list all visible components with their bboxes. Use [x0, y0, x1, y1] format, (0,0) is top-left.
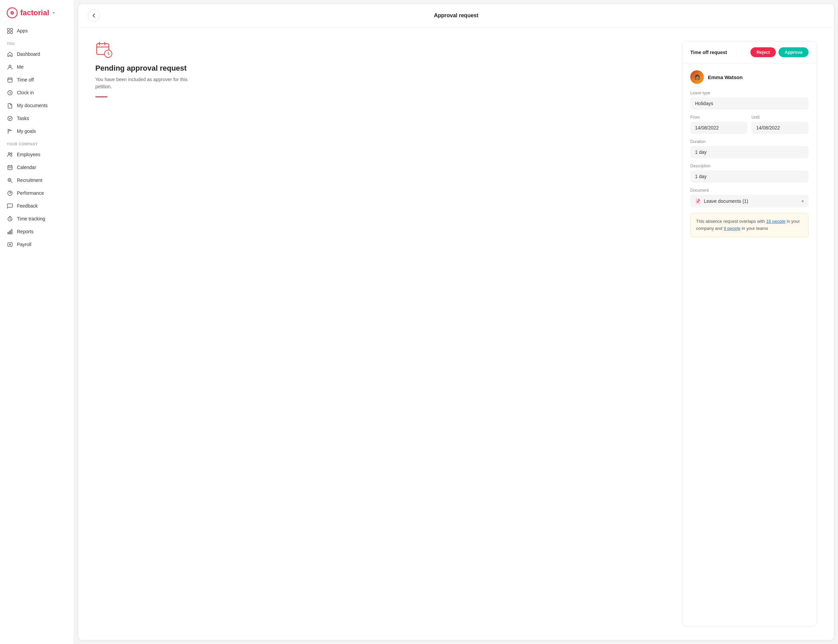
overlap-text-before: This absence request overlaps with — [696, 219, 766, 224]
sidebar-item-employees[interactable]: Employees — [0, 148, 74, 161]
tasks-label: Tasks — [17, 116, 29, 121]
document-value: Leave documents (1) — [704, 199, 748, 204]
avatar: 👩🏽 — [690, 70, 704, 84]
sidebar-item-recruitment[interactable]: Recruitment — [0, 174, 74, 187]
svg-rect-4 — [10, 28, 13, 30]
main-header: Approval request — [79, 4, 834, 27]
clock-icon — [7, 90, 13, 96]
svg-rect-14 — [9, 168, 10, 168]
svg-rect-22 — [10, 231, 10, 234]
apps-label: Apps — [17, 28, 28, 33]
section-company-label: YOUR COMPANY — [0, 138, 74, 148]
svg-point-17 — [9, 179, 10, 181]
description-label: Description — [690, 164, 808, 168]
performance-icon — [7, 190, 13, 196]
pending-desc: You have been included as approver for t… — [95, 76, 190, 90]
svg-point-16 — [8, 178, 11, 181]
date-row: From 14/08/2022 Until 14/08/2022 — [690, 115, 808, 134]
document-label: Document — [690, 188, 808, 193]
sidebar-item-clock-in[interactable]: Clock in — [0, 86, 74, 99]
sidebar: factorial ▾ Apps YOU Dashboard — [0, 0, 74, 644]
sidebar-item-payroll[interactable]: Payroll — [0, 238, 74, 251]
employee-name: Emma Watson — [708, 74, 743, 80]
svg-point-2 — [12, 12, 13, 13]
apps-icon — [7, 28, 13, 34]
logo-chevron-icon: ▾ — [53, 10, 55, 15]
sidebar-item-my-goals[interactable]: My goals — [0, 125, 74, 138]
sidebar-item-dashboard[interactable]: Dashboard — [0, 48, 74, 61]
employee-row: 👩🏽 Emma Watson — [690, 70, 808, 84]
payroll-icon — [7, 242, 13, 248]
overlap-link-18-people[interactable]: 18 people — [766, 219, 785, 224]
card-header-actions: Reject Approve — [751, 47, 808, 57]
until-label: Until — [751, 115, 808, 120]
document-left: Leave documents (1) — [695, 198, 748, 204]
calendar-label: Calendar — [17, 164, 36, 170]
sidebar-item-calendar[interactable]: Calendar — [0, 161, 74, 174]
until-value: 14/08/2022 — [751, 122, 808, 134]
sidebar-item-my-documents[interactable]: My documents — [0, 99, 74, 112]
pending-title: Pending approval request — [95, 64, 668, 73]
sidebar-item-reports[interactable]: Reports — [0, 225, 74, 238]
sidebar-item-apps[interactable]: Apps — [0, 24, 74, 37]
approve-button[interactable]: Approve — [779, 47, 808, 57]
sidebar-item-performance[interactable]: Performance — [0, 187, 74, 199]
time-off-label: Time off — [17, 77, 34, 82]
time-off-request-card: Time off request Reject Approve 👩🏽 Emma … — [682, 41, 817, 626]
home-icon — [7, 51, 13, 57]
svg-rect-23 — [11, 230, 12, 234]
sidebar-logo[interactable]: factorial ▾ — [0, 0, 74, 24]
main-panel: Approval request Pending approval reques… — [79, 4, 834, 640]
employees-label: Employees — [17, 152, 40, 157]
my-goals-label: My goals — [17, 128, 36, 134]
duration-value: 1 day — [690, 146, 808, 158]
from-col: From 14/08/2022 — [690, 115, 748, 134]
reject-button[interactable]: Reject — [751, 47, 776, 57]
sidebar-item-tasks[interactable]: Tasks — [0, 112, 74, 125]
overlap-link-9-people[interactable]: 9 people — [724, 226, 741, 231]
clock-in-label: Clock in — [17, 90, 34, 95]
performance-label: Performance — [17, 191, 44, 196]
flag-icon — [7, 128, 13, 134]
avatar-image: 👩🏽 — [690, 70, 704, 84]
svg-rect-5 — [7, 31, 10, 33]
back-button[interactable] — [88, 10, 100, 21]
my-documents-label: My documents — [17, 103, 48, 108]
reports-icon — [7, 228, 13, 235]
overlap-text-after: in your teams — [741, 226, 768, 231]
leave-type-value: Holidays — [690, 97, 808, 110]
pending-approval-icon — [95, 41, 668, 59]
document-field[interactable]: Leave documents (1) ▾ — [690, 195, 808, 207]
svg-rect-3 — [7, 28, 10, 30]
from-value: 14/08/2022 — [690, 122, 748, 134]
employees-icon — [7, 151, 13, 158]
dashboard-label: Dashboard — [17, 51, 40, 57]
document-icon — [695, 198, 701, 204]
from-label: From — [690, 115, 748, 120]
me-label: Me — [17, 64, 23, 70]
red-divider — [95, 96, 107, 97]
svg-rect-8 — [8, 78, 12, 82]
sidebar-item-me[interactable]: Me — [0, 61, 74, 73]
time-tracking-icon — [7, 216, 13, 222]
reports-label: Reports — [17, 229, 33, 234]
card-header: Time off request Reject Approve — [682, 41, 817, 64]
calendar-icon — [7, 164, 13, 170]
recruitment-label: Recruitment — [17, 177, 42, 183]
sidebar-item-feedback[interactable]: Feedback — [0, 199, 74, 212]
factorial-logo-icon — [7, 7, 18, 18]
sidebar-item-time-off[interactable]: Time off — [0, 73, 74, 86]
card-header-title: Time off request — [690, 50, 727, 55]
svg-point-12 — [10, 153, 12, 154]
svg-point-19 — [10, 193, 10, 193]
payroll-label: Payroll — [17, 242, 31, 247]
time-off-icon — [7, 77, 13, 83]
sidebar-item-time-tracking[interactable]: Time tracking — [0, 212, 74, 225]
tasks-icon — [7, 115, 13, 122]
description-value: 1 day — [690, 170, 808, 182]
duration-label: Duration — [690, 139, 808, 144]
feedback-label: Feedback — [17, 203, 38, 209]
recruitment-icon — [7, 177, 13, 183]
time-tracking-label: Time tracking — [17, 216, 45, 222]
user-icon — [7, 64, 13, 70]
